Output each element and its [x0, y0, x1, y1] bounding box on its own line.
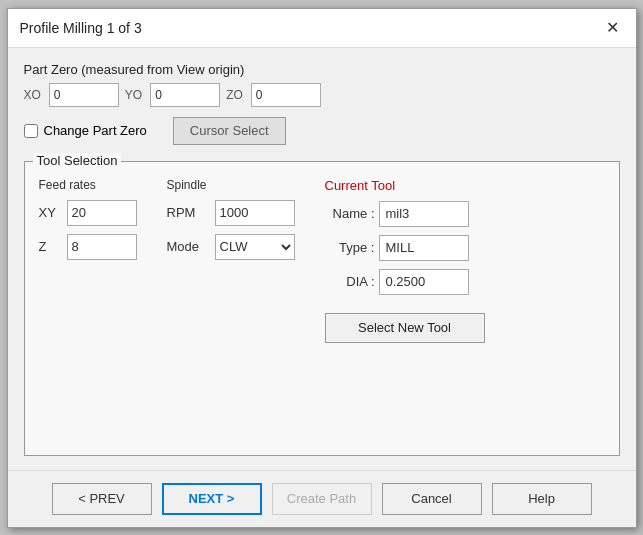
tool-dia-label: DIA :: [325, 274, 375, 289]
spindle-title: Spindle: [167, 178, 295, 192]
tool-type-row: Type : MILL: [325, 235, 605, 261]
current-tool-title: Current Tool: [325, 178, 605, 193]
cursor-select-button[interactable]: Cursor Select: [173, 117, 286, 145]
content-area: Part Zero (measured from View origin) XO…: [8, 48, 636, 470]
part-zero-fields: XO YO ZO: [24, 83, 620, 107]
tool-dia-value: 0.2500: [379, 269, 469, 295]
create-path-button[interactable]: Create Path: [272, 483, 372, 515]
tool-inner: Feed rates XY Z Spindle RPM: [39, 178, 605, 343]
xo-label: XO: [24, 88, 41, 102]
next-button[interactable]: NEXT >: [162, 483, 262, 515]
z-feed-row: Z: [39, 234, 137, 260]
current-tool-section: Current Tool Name : mil3 Type : MILL DIA…: [325, 178, 605, 343]
change-part-zero-row: Change Part Zero Cursor Select: [24, 117, 620, 145]
xy-feed-input[interactable]: [67, 200, 137, 226]
help-button[interactable]: Help: [492, 483, 592, 515]
prev-button[interactable]: < PREV: [52, 483, 152, 515]
mode-select[interactable]: CLW CCW: [215, 234, 295, 260]
footer: < PREV NEXT > Create Path Cancel Help: [8, 470, 636, 527]
tool-selection-group: Tool Selection Feed rates XY Z S: [24, 161, 620, 456]
tool-type-label: Type :: [325, 240, 375, 255]
part-zero-label: Part Zero (measured from View origin): [24, 62, 620, 77]
change-part-zero-label: Change Part Zero: [44, 123, 147, 138]
cancel-button[interactable]: Cancel: [382, 483, 482, 515]
mode-row: Mode CLW CCW: [167, 234, 295, 260]
tool-name-row: Name : mil3: [325, 201, 605, 227]
z-feed-input[interactable]: [67, 234, 137, 260]
xo-input[interactable]: [49, 83, 119, 107]
spindle-section: Spindle RPM Mode CLW CCW: [167, 178, 295, 343]
select-new-tool-button[interactable]: Select New Tool: [325, 313, 485, 343]
tool-name-label: Name :: [325, 206, 375, 221]
rpm-input[interactable]: [215, 200, 295, 226]
rpm-label: RPM: [167, 205, 207, 220]
yo-input[interactable]: [150, 83, 220, 107]
part-zero-section: Part Zero (measured from View origin) XO…: [24, 62, 620, 149]
tool-selection-title: Tool Selection: [33, 153, 122, 168]
dialog-title: Profile Milling 1 of 3: [20, 20, 142, 36]
rpm-row: RPM: [167, 200, 295, 226]
feed-rates-title: Feed rates: [39, 178, 137, 192]
dialog: Profile Milling 1 of 3 ✕ Part Zero (meas…: [7, 8, 637, 528]
change-part-zero-checkbox[interactable]: [24, 124, 38, 138]
close-button[interactable]: ✕: [602, 17, 624, 39]
zo-label: ZO: [226, 88, 243, 102]
tool-type-value: MILL: [379, 235, 469, 261]
tool-name-value: mil3: [379, 201, 469, 227]
xy-feed-row: XY: [39, 200, 137, 226]
yo-label: YO: [125, 88, 142, 102]
title-bar: Profile Milling 1 of 3 ✕: [8, 9, 636, 48]
mode-label: Mode: [167, 239, 207, 254]
z-label: Z: [39, 239, 59, 254]
feed-rates-section: Feed rates XY Z: [39, 178, 137, 343]
xy-label: XY: [39, 205, 59, 220]
tool-dia-row: DIA : 0.2500: [325, 269, 605, 295]
zo-input[interactable]: [251, 83, 321, 107]
